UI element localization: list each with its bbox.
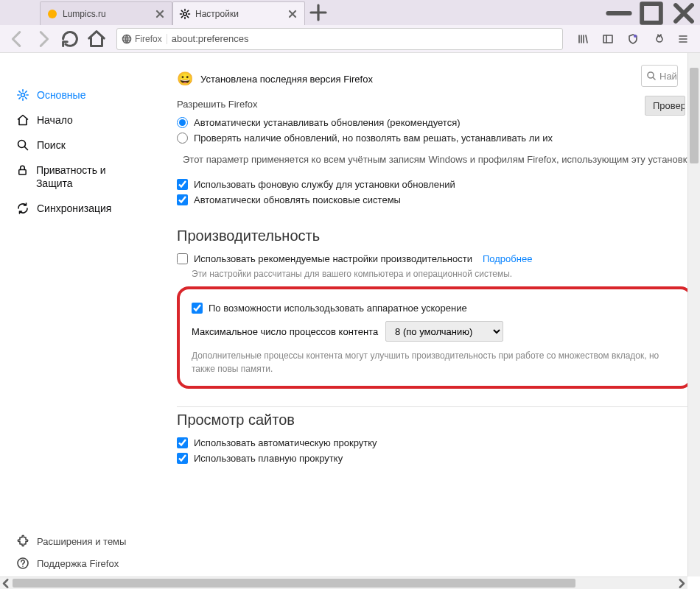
checkbox-label: Использовать плавную прокрутку — [194, 453, 343, 464]
scroll-left-arrow[interactable] — [0, 577, 13, 590]
identity-label: Firefox — [135, 34, 162, 44]
checkbox-input[interactable] — [177, 179, 188, 190]
back-button[interactable] — [6, 28, 28, 50]
sidebar-bottom: Расширения и темы Поддержка Firefox — [7, 530, 147, 574]
puzzle-icon — [16, 535, 29, 548]
gear-icon — [16, 88, 29, 102]
performance-highlight: По возможности использодьзовать аппаратн… — [177, 286, 693, 389]
horizontal-scrollbar[interactable] — [0, 576, 687, 589]
checkbox-input[interactable] — [177, 253, 188, 264]
checkbox-label: По возможности использодьзовать аппаратн… — [209, 303, 467, 314]
tab-close-icon[interactable] — [154, 8, 166, 20]
home-icon — [16, 113, 29, 127]
check-updates-button[interactable]: Провер — [645, 96, 685, 116]
smile-icon: 😀 — [177, 71, 193, 87]
lock-icon — [16, 163, 29, 177]
sidebar-item-label: Синхронизация — [37, 202, 111, 214]
checkbox-label: Использовать автоматическую прокрутку — [194, 437, 377, 448]
tab-title: Lumpics.ru — [63, 9, 154, 19]
sidebar-item-general[interactable]: Основные — [7, 82, 147, 107]
gear-icon — [179, 8, 191, 20]
new-tab-button[interactable] — [308, 2, 329, 23]
shield-icon[interactable] — [622, 28, 644, 50]
smoothscroll-checkbox[interactable]: Использовать плавную прокрутку — [177, 453, 700, 464]
checkbox-label: Использовать фоновую службу для установк… — [194, 179, 455, 190]
radio-input[interactable] — [177, 133, 188, 144]
checkbox-input[interactable] — [192, 303, 203, 314]
learn-more-link[interactable]: Подробнее — [483, 253, 532, 264]
update-status-text: Установлена последняя версия Firefox — [200, 74, 373, 85]
tab-favicon-lumpics — [46, 8, 58, 20]
close-button[interactable] — [668, 1, 700, 25]
svg-point-5 — [634, 35, 637, 38]
sidebar-item-support[interactable]: Поддержка Firefox — [7, 552, 147, 574]
tab-title: Настройки — [195, 9, 287, 19]
radio-label: Автоматически устанавливать обновления (… — [194, 117, 461, 128]
home-button[interactable] — [85, 28, 108, 50]
search-placeholder: Най — [659, 71, 677, 82]
search-icon — [16, 138, 29, 152]
preferences-search[interactable]: Най — [641, 65, 678, 87]
scrollbar-thumb[interactable] — [690, 68, 699, 163]
library-button[interactable] — [572, 28, 594, 50]
scrollbar-track[interactable] — [13, 577, 675, 589]
preferences-sidebar: Основные Начало Поиск Приватность и Защи… — [0, 53, 155, 589]
content-area: Основные Начало Поиск Приватность и Защи… — [0, 53, 700, 589]
sidebar-item-sync[interactable]: Синхронизация — [7, 196, 147, 221]
sidebar-item-label: Основные — [37, 89, 85, 101]
maximize-button[interactable] — [635, 1, 668, 25]
perf-recommended-checkbox[interactable]: Использовать рекомендуемые настройки про… — [177, 253, 700, 264]
section-separator — [177, 406, 700, 407]
navigation-bar: Firefox about:preferences — [0, 25, 700, 53]
svg-point-1 — [183, 12, 186, 15]
svg-rect-8 — [19, 169, 26, 174]
checkbox-input[interactable] — [177, 437, 188, 448]
forward-button[interactable] — [32, 28, 55, 50]
browsing-heading: Просмотр сайтов — [177, 412, 700, 428]
minimize-button[interactable] — [603, 1, 635, 25]
url-bar[interactable]: Firefox about:preferences — [116, 28, 563, 50]
tab-settings[interactable]: Настройки — [172, 1, 305, 25]
update-radio-auto[interactable]: Автоматически устанавливать обновления (… — [177, 117, 700, 128]
url-text: about:preferences — [172, 33, 558, 44]
update-info-text: Этот параметр применяется ко всем учётны… — [183, 154, 692, 165]
checkbox-input[interactable] — [177, 453, 188, 464]
perf-recommended-desc: Эти настройки рассчитаны для вашего комп… — [192, 269, 700, 279]
tab-lumpics[interactable]: Lumpics.ru — [40, 1, 172, 25]
content-process-row: Максимальное число процессов контента 8 … — [192, 321, 678, 342]
sidebar-item-home[interactable]: Начало — [7, 107, 147, 133]
process-count-select[interactable]: 8 (по умолчанию) — [385, 321, 503, 342]
help-icon — [16, 557, 29, 570]
reload-button[interactable] — [59, 28, 81, 50]
vertical-scrollbar[interactable] — [687, 53, 700, 576]
update-info-row: Этот параметр применяется ко всем учётны… — [177, 154, 700, 166]
svg-rect-2 — [642, 4, 661, 23]
toolbar-right — [572, 28, 694, 50]
window-controls — [603, 1, 700, 25]
sidebar-item-label: Начало — [37, 114, 73, 126]
update-status-row: 😀 Установлена последняя версия Firefox — [177, 71, 700, 87]
preferences-main-pane: Най 😀 Установлена последняя версия Firef… — [155, 53, 700, 589]
menu-button[interactable] — [672, 28, 694, 50]
sidebar-toggle-button[interactable] — [597, 28, 619, 50]
hw-accel-checkbox[interactable]: По возможности использодьзовать аппаратн… — [192, 303, 678, 314]
sidebar-item-extensions[interactable]: Расширения и темы — [7, 530, 147, 552]
scrollbar-thumb[interactable] — [13, 579, 575, 588]
svg-point-3 — [123, 35, 131, 43]
checkbox-input[interactable] — [177, 194, 188, 205]
auto-search-checkbox[interactable]: Автоматически обновлять поисковые систем… — [177, 194, 700, 205]
scroll-right-arrow[interactable] — [675, 577, 687, 590]
flame-icon[interactable] — [647, 28, 669, 50]
sidebar-item-privacy[interactable]: Приватность и Защита — [7, 158, 147, 196]
allow-firefox-label: Разрешить Firefox — [177, 99, 700, 110]
svg-rect-4 — [603, 35, 612, 43]
performance-heading: Производительность — [177, 228, 700, 244]
bg-service-checkbox[interactable]: Использовать фоновую службу для установк… — [177, 179, 700, 190]
radio-input[interactable] — [177, 117, 188, 128]
sidebar-item-label: Расширения и темы — [37, 536, 126, 547]
update-radio-manual[interactable]: Проверять наличие обновлений, но позволя… — [177, 133, 700, 144]
tab-close-icon[interactable] — [287, 8, 298, 20]
identity-box[interactable]: Firefox — [122, 34, 167, 44]
sidebar-item-search[interactable]: Поиск — [7, 133, 147, 158]
autoscroll-checkbox[interactable]: Использовать автоматическую прокрутку — [177, 437, 700, 448]
